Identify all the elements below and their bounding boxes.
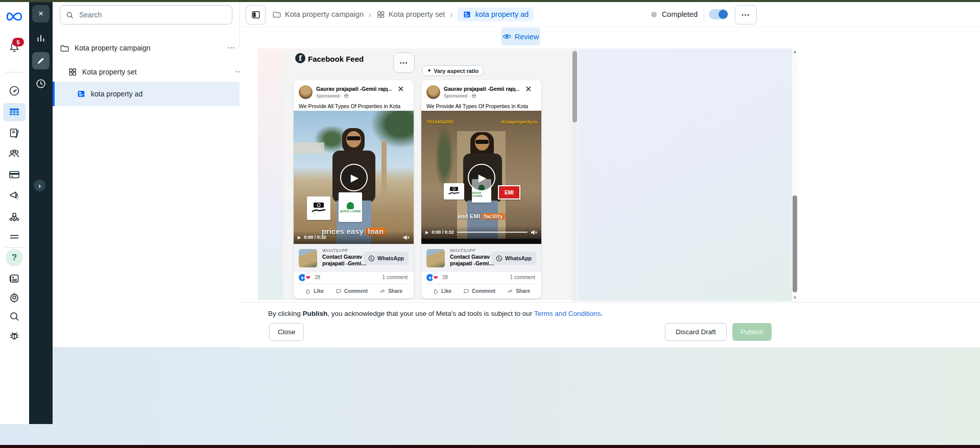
- reactions-row: ❤ 28 1 comment: [421, 271, 541, 284]
- close-button[interactable]: Close: [269, 323, 304, 341]
- play-button[interactable]: ▶: [340, 164, 368, 191]
- toggle-knob: [719, 10, 728, 19]
- reaction-count[interactable]: 28: [442, 275, 448, 280]
- adset-grid-icon: [68, 67, 77, 77]
- share-action[interactable]: Share: [507, 288, 530, 294]
- comment-action[interactable]: Comment: [336, 288, 368, 294]
- review-button[interactable]: Review: [501, 28, 540, 45]
- breadcrumb-label: kota property ad: [475, 10, 529, 18]
- history-clock-icon[interactable]: [32, 75, 50, 92]
- page-name-ellipsis: …: [387, 86, 393, 92]
- settings-gear-icon[interactable]: [3, 288, 26, 307]
- ad-video-1[interactable]: QUICK LOANS ▶ prices easy loan ▶ 0:00 / …: [294, 111, 414, 244]
- page-avatar[interactable]: [299, 85, 313, 99]
- edit-pencil-icon[interactable]: [32, 52, 50, 69]
- breadcrumb-campaign[interactable]: Kota property campaign: [272, 10, 364, 19]
- preview-options-button[interactable]: •••: [393, 53, 415, 73]
- overview-gauge-icon[interactable]: [3, 82, 26, 100]
- reactions-row: ❤ 28 1 comment: [294, 271, 414, 284]
- share-action[interactable]: Share: [379, 288, 402, 294]
- expand-panel-chevron-button[interactable]: ›: [34, 180, 45, 191]
- sponsored-label: Sponsored ·: [316, 93, 348, 98]
- video-controls[interactable]: ▶ 0:00 / 0:32: [294, 231, 414, 244]
- discard-draft-button[interactable]: Discard Draft: [665, 323, 727, 341]
- like-action[interactable]: Like: [305, 288, 324, 294]
- audiences-people-icon[interactable]: [3, 144, 26, 163]
- sparkle-icon: ✦: [427, 67, 432, 74]
- scroll-down-arrow[interactable]: ▼: [792, 295, 798, 300]
- campaigns-table-icon[interactable]: [3, 103, 26, 121]
- whatsapp-cta-button[interactable]: WhatsApp: [491, 252, 536, 265]
- publish-button[interactable]: Publish: [732, 323, 772, 341]
- tree-row-label: kota property ad: [91, 90, 142, 98]
- scrollbar-thumb[interactable]: [572, 51, 577, 122]
- dismiss-ad-x-icon[interactable]: ✕: [397, 85, 404, 93]
- mute-icon[interactable]: [531, 230, 537, 235]
- tree-row-campaign[interactable]: Kota property campaign •••: [53, 38, 247, 58]
- breadcrumb-adset[interactable]: Kota property set: [376, 10, 445, 19]
- breadcrumb-label: Kota property set: [389, 10, 445, 18]
- page-avatar[interactable]: [426, 85, 440, 99]
- emi-logo-chip: EMI: [498, 185, 520, 200]
- more-options-button[interactable]: •••: [735, 5, 757, 24]
- ad-status-toggle[interactable]: [709, 9, 728, 19]
- performance-chart-icon[interactable]: [32, 30, 50, 47]
- small-play-icon[interactable]: ▶: [425, 230, 428, 235]
- comment-count[interactable]: 1 comment: [383, 275, 408, 280]
- mute-icon[interactable]: [403, 235, 410, 240]
- cta-section: WHATSAPP Contact Gaurav prajapati -Gemi……: [421, 244, 541, 272]
- vary-aspect-ratio-button[interactable]: ✦ Vary aspect ratio: [422, 65, 484, 76]
- meta-logo-icon[interactable]: [3, 7, 26, 26]
- reaction-count[interactable]: 28: [315, 275, 320, 280]
- ad-icon: [463, 10, 471, 19]
- progress-bar[interactable]: [457, 232, 528, 233]
- all-tools-lines-icon[interactable]: [3, 228, 26, 246]
- like-action[interactable]: Like: [433, 288, 451, 294]
- tree-search-box[interactable]: [60, 5, 232, 24]
- news-icon[interactable]: [3, 269, 26, 288]
- page-name[interactable]: Gaurav prajapati -Gemii rapper: [444, 86, 515, 92]
- globe-icon: [472, 94, 476, 98]
- ad-preview-card-1: Gaurav prajapati -Gemii rapper … Sponsor…: [294, 80, 414, 298]
- breadcrumb-ad-selected[interactable]: kota property ad: [458, 8, 534, 21]
- more-dots: •••: [400, 60, 409, 66]
- search-input[interactable]: [78, 10, 227, 19]
- scroll-up-arrow[interactable]: ▲: [792, 49, 798, 54]
- ads-megaphone-icon[interactable]: [3, 186, 26, 205]
- billing-card-icon[interactable]: [3, 165, 26, 184]
- comment-count[interactable]: 1 comment: [510, 275, 535, 280]
- page-name[interactable]: Gaurav prajapati -Gemii rapper: [316, 86, 388, 92]
- whatsapp-button-label: WhatsApp: [377, 255, 404, 261]
- preview-scrollbar[interactable]: [572, 48, 578, 301]
- small-play-icon[interactable]: ▶: [298, 235, 301, 240]
- whatsapp-cta-button[interactable]: WhatsApp: [364, 252, 409, 265]
- row-menu-dots[interactable]: •••: [228, 45, 235, 51]
- scrollbar-thumb[interactable]: [793, 195, 797, 292]
- pages-icon[interactable]: [3, 124, 26, 142]
- search-rail-icon[interactable]: [3, 307, 26, 326]
- terms-link[interactable]: Terms and Conditions: [534, 310, 601, 317]
- tree-row-ad-selected[interactable]: kota property ad •••: [53, 82, 264, 106]
- bug-report-icon[interactable]: [3, 326, 26, 344]
- close-panel-x-button[interactable]: ×: [32, 5, 50, 22]
- palm-trunk-shape: [381, 141, 387, 197]
- whatsapp-icon: [368, 255, 375, 262]
- toggle-sidebar-button[interactable]: [246, 5, 266, 24]
- topbar-divider: [704, 7, 704, 21]
- facebook-feed-preview-panel: f Facebook Feed ••• ✦ Vary aspect ratio …: [283, 48, 572, 300]
- global-nav-rail: 5 ?: [0, 2, 29, 424]
- modal-scrollbar[interactable]: ▲ ▼: [792, 48, 798, 302]
- play-button[interactable]: ▶: [468, 164, 495, 191]
- comment-action[interactable]: Comment: [463, 288, 495, 294]
- facebook-logo-icon: f: [295, 53, 305, 63]
- share-network-icon[interactable]: [3, 207, 26, 226]
- play-icon: ▶: [479, 171, 486, 184]
- dismiss-ad-x-icon[interactable]: ✕: [525, 85, 532, 93]
- help-icon[interactable]: ?: [3, 248, 26, 267]
- ad-video-2[interactable]: 7014654205 Kotaproperty.in QUICK LOANS: [421, 111, 541, 244]
- video-controls[interactable]: ▶ 0:00 / 0:32: [421, 226, 541, 239]
- tree-row-adset[interactable]: Kota property set •••: [53, 62, 255, 82]
- ad-preview-card-2: Gaurav prajapati -Gemii rapper … Sponsor…: [421, 80, 541, 298]
- notifications-bell-icon[interactable]: 5: [3, 38, 26, 56]
- tree-row-label: Kota property campaign: [75, 44, 151, 52]
